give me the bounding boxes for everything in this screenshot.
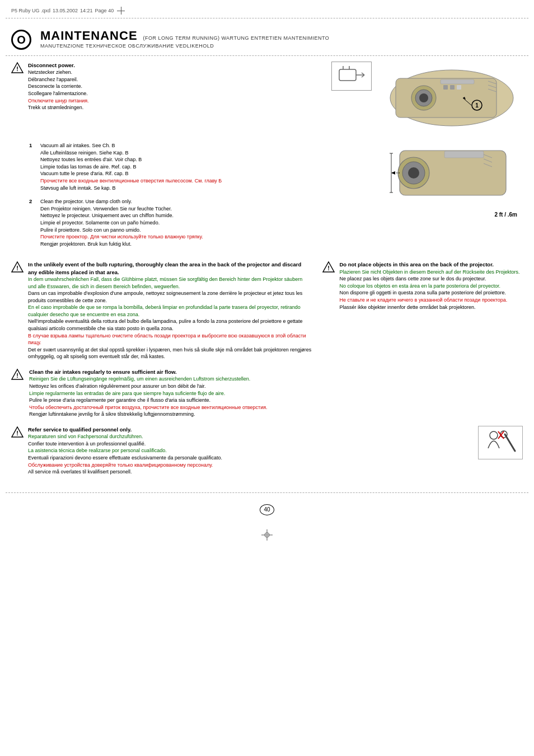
bottom-cross-area — [0, 521, 534, 549]
maintenance-circle: O — [11, 30, 31, 50]
disconnect-image — [331, 62, 372, 91]
svg-point-45 — [490, 431, 498, 439]
noplace-norwegian: Plassér ikke objekter innenfor dette omr… — [339, 304, 523, 311]
airflow-bold: Clean the air intakes regularly to ensur… — [29, 368, 523, 375]
projector-back-view: 2 ft / .6m — [377, 142, 523, 218]
item1-line1: Alle Lufteinlässe reinigen. Siehe Kap. B — [40, 149, 372, 157]
disconnect-warn-icon: ! — [11, 62, 24, 74]
svg-rect-15 — [450, 85, 455, 90]
service-section: ! Refer service to qualified personnel o… — [11, 426, 523, 476]
bulb-french: Dans un cas improbable d'explosion d'une… — [28, 290, 311, 304]
noplace-bold: Do not place objects in this area on the… — [339, 261, 523, 268]
svg-rect-9 — [396, 78, 496, 118]
maintenance-subtitle1: (FOR LONG TERM RUNNING) WARTUNG ENTRETIE… — [143, 35, 330, 41]
service-french: Confier toute intervention à un professi… — [28, 440, 472, 448]
bulb-warning-left: ! In the unlikely event of the bulb rupt… — [11, 261, 311, 360]
airflow-text: Clean the air intakes regularly to ensur… — [29, 368, 523, 418]
service-italian: Eventuali riparazioni devono essere effe… — [28, 454, 472, 462]
disconnect-section-text: Disconnect power. Netzstecker ziehen. Dé… — [28, 62, 327, 111]
svg-text:!: ! — [16, 265, 18, 271]
item1-line5: Прочистите все входные вентиляционные от… — [40, 177, 372, 185]
svg-point-27 — [408, 167, 419, 179]
service-russian: Обслуживание устройства доверяйте только… — [28, 462, 472, 469]
item1-line2: Nettoyez toutes les entrées d'air. Voir … — [40, 156, 372, 163]
noplace-warn-icon: ! — [322, 261, 335, 273]
disconnect-line-3: Desconecte la corriente. — [28, 83, 327, 90]
meta-page: Page 40 — [95, 8, 114, 13]
airflow-russian: Чтобы обеспечить достаточный приток возд… — [29, 404, 523, 411]
projector-svg-main: 1 — [379, 62, 522, 134]
two-col-warning: ! In the unlikely event of the bulb rupt… — [11, 261, 523, 360]
svg-text:!: ! — [16, 430, 18, 436]
meta-date: 13.05.2002 — [53, 8, 78, 13]
bottom-dashed-separator — [6, 492, 528, 493]
bulb-norwegian: Det er svært usannsynlig at det skal opp… — [28, 346, 311, 360]
disconnect-line-6: Trekk ut strømledningen. — [28, 104, 327, 111]
noplace-russian: Не ставьте и не кладите ничего в указанн… — [339, 297, 523, 304]
item2-num: 2 — [29, 198, 36, 204]
bottom-cross-icon — [261, 529, 273, 541]
svg-rect-13 — [441, 79, 474, 84]
disconnect-line-1: Netzstecker ziehen. — [28, 69, 327, 76]
airflow-italian: Pulire le prese d'aria regolarmente per … — [29, 397, 523, 404]
noplace-italian: Non disporre gli oggetti in questa zona … — [339, 289, 523, 297]
svg-rect-31 — [444, 151, 484, 158]
projector-svg-back — [388, 142, 523, 209]
bulb-bold: In the unlikely event of the bulb ruptur… — [28, 261, 311, 276]
service-text: Refer service to qualified personnel onl… — [28, 426, 472, 476]
bulb-spanish: En el caso improbable de que se rompa la… — [28, 304, 311, 318]
svg-text:!: ! — [16, 65, 18, 72]
item2-text: Clean the projector. Use damp cloth only… — [40, 198, 372, 247]
bulb-warning-text: In the unlikely event of the bulb ruptur… — [28, 261, 311, 360]
distance-label: 2 ft / .6m — [494, 212, 517, 218]
disconnect-line-5: Отключите шнур питания. — [28, 97, 327, 105]
maintenance-subtitle2: MANUTENZIONE ТЕХНИЧЕСКОЕ ОБСЛУЖИВАНИЕ VE… — [40, 43, 329, 49]
service-bold: Refer service to qualified personnel onl… — [28, 426, 472, 433]
bulb-warn-icon: ! — [11, 261, 24, 273]
airflow-section: ! Clean the air intakes regularly to ens… — [11, 368, 523, 418]
page-container: P5 Ruby UG .qxd 13.05.2002 14:21 Page 40… — [0, 0, 534, 756]
service-image — [478, 426, 523, 459]
disconnect-line-4: Scollegare l'alimentazione. — [28, 90, 327, 97]
service-spanish: La asistencia técnica debe realizarse po… — [28, 447, 472, 454]
svg-rect-14 — [443, 85, 448, 90]
noplace-warning-text: Do not place objects in this area on the… — [339, 261, 523, 311]
service-norwegian: All service må overlates til kvalifisert… — [28, 468, 472, 476]
airflow-norwegian: Rengjør luftinntakene jevnlig for å sikr… — [29, 411, 523, 418]
airflow-warn-icon: ! — [11, 368, 24, 381]
airflow-french: Nettoyez les orifices d'aération réguliè… — [29, 383, 523, 390]
item2-line6: Rengjør projektoren. Bruk kun fuktig klu… — [40, 241, 372, 248]
projector-image-right: 1 — [377, 62, 523, 134]
item1-line6: Støvsug alle luft inntak. Se kap. B — [40, 185, 372, 192]
item1-line4: Vacuum tutte le prese d'aria. Rif. cap. … — [40, 170, 372, 177]
maintenance-title-block: MAINTENANCE (FOR LONG TERM RUNNING) WART… — [40, 29, 329, 49]
meta-filename: P5 Ruby UG .qxd — [11, 8, 50, 13]
item2-line5: Почистите проектор. Для чистки используй… — [40, 233, 372, 241]
item2-line2: Nettoyez le projecteur. Uniquement avec … — [40, 212, 372, 219]
airflow-spanish: Limpie regularmente las entradas de aire… — [29, 390, 523, 397]
bulb-russian: В случае взрыва лампы тщательно очистите… — [28, 332, 311, 346]
item2-line1: Den Projektor reinigen. Verwenden Sie nu… — [40, 205, 372, 213]
svg-rect-2 — [339, 69, 356, 81]
item2-line3: Limpie el proyector. Solamente con un pa… — [40, 219, 372, 227]
svg-rect-16 — [457, 85, 461, 90]
numbered-item-2: 2 Clean the projector. Use damp cloth on… — [29, 198, 372, 247]
numbered-item-1: 1 Vacuum all air intakes. See Ch. B Alle… — [29, 142, 372, 191]
svg-point-12 — [419, 93, 428, 102]
bulb-warning-right: ! Do not place objects in this area on t… — [322, 261, 523, 311]
service-german: Reparaturen sind von Fachpersonal durchz… — [28, 433, 472, 440]
noplace-spanish: No coloque los objetos en esta área en l… — [339, 283, 523, 290]
bulb-german: In dem unwahrscheinlichen Fall, dass die… — [28, 276, 311, 290]
disconnect-title: Disconnect power. — [28, 62, 327, 69]
service-warn-icon: ! — [11, 426, 24, 438]
airflow-german: Reinigen Sie die Lüftungseingänge regelm… — [29, 375, 523, 383]
item1-num: 1 — [29, 142, 36, 148]
numbered-items: 1 Vacuum all air intakes. See Ch. B Alle… — [29, 142, 372, 247]
page-number-area: 40 — [0, 504, 534, 515]
item2-line0: Clean the projector. Use damp cloth only… — [40, 198, 372, 205]
page-number-badge: 40 — [260, 504, 274, 515]
item1-line3: Limpie todas las tomas de aire. Ref. cap… — [40, 163, 372, 171]
maintenance-header: O MAINTENANCE (FOR LONG TERM RUNNING) WA… — [0, 18, 534, 55]
svg-marker-33 — [391, 171, 395, 175]
main-content: ! Disconnect power. Netzstecker ziehen. … — [0, 56, 534, 481]
